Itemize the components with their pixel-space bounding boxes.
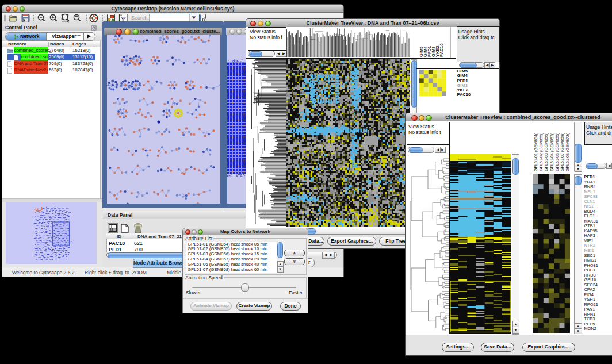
svg-text:GPL51-08 (GSM872(: GPL51-08 (GSM872( xyxy=(565,133,570,171)
svg-text:GPL51-01 (GSM854(: GPL51-01 (GSM854( xyxy=(534,133,538,171)
svg-text:PAC10: PAC10 xyxy=(439,43,444,57)
svg-text:GPL51-03 (GSM856(: GPL51-03 (GSM856( xyxy=(544,133,549,171)
svg-text:GPL51-02 (GSM855(: GPL51-02 (GSM855( xyxy=(539,133,544,171)
svg-text:GPL51-07 (GSM868(: GPL51-07 (GSM868( xyxy=(560,133,565,171)
svg-text:GPL51-06 (GSM865(: GPL51-06 (GSM865( xyxy=(555,133,560,171)
svg-text:GPL51-04 (GSM857(: GPL51-04 (GSM857( xyxy=(550,133,554,171)
